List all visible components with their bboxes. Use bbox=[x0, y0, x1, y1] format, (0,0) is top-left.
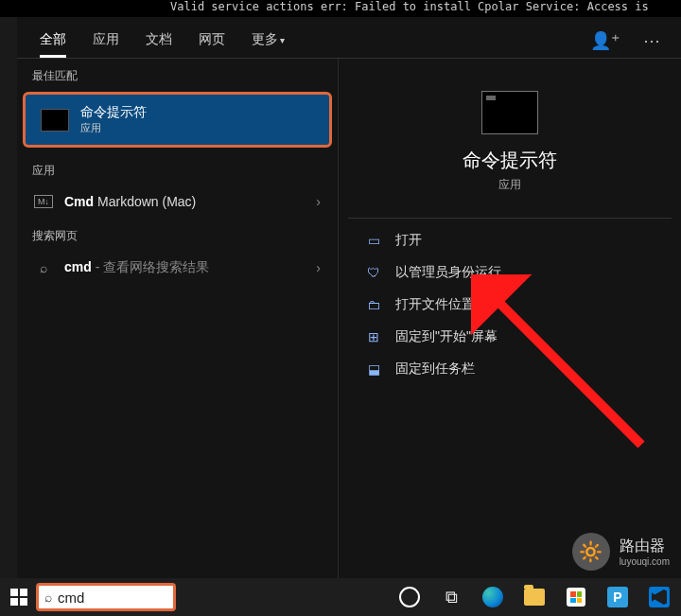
tab-apps[interactable]: 应用 bbox=[79, 24, 132, 58]
start-button[interactable] bbox=[0, 578, 38, 616]
people-icon[interactable]: 👤⁺ bbox=[579, 23, 632, 59]
start-search-panel: 全部 应用 文档 网页 更多▾ 👤⁺ ⋯ 最佳匹配 命令提示符 应用 应用 bbox=[17, 17, 681, 578]
ellipsis-icon[interactable]: ⋯ bbox=[632, 23, 672, 59]
taskbar: ⌕ ⧉ P bbox=[0, 578, 681, 616]
cortana-button[interactable] bbox=[392, 578, 428, 616]
apps-label: 应用 bbox=[17, 153, 338, 185]
watermark-icon: 🔆 bbox=[572, 533, 610, 571]
web-result-label: cmd - 查看网络搜索结果 bbox=[64, 259, 305, 276]
details-title: 命令提示符 bbox=[463, 148, 557, 173]
circle-icon bbox=[399, 587, 420, 607]
app-result-cmd-markdown[interactable]: M↓ Cmd Markdown (Mac) › bbox=[17, 185, 338, 219]
admin-icon: 🛡 bbox=[365, 265, 382, 280]
results-left: 最佳匹配 命令提示符 应用 应用 M↓ Cmd Markdown (Mac) ›… bbox=[17, 59, 339, 578]
vscode-button[interactable] bbox=[641, 578, 677, 616]
action-open[interactable]: ▭打开 bbox=[348, 224, 672, 256]
chevron-right-icon: › bbox=[316, 194, 321, 209]
pin-taskbar-icon: ⬓ bbox=[365, 361, 382, 377]
tab-documents[interactable]: 文档 bbox=[132, 24, 185, 58]
microsoft-store-button[interactable] bbox=[558, 578, 594, 616]
background-console-text: Valid service actions err: Failed to ins… bbox=[0, 0, 681, 17]
edge-button[interactable] bbox=[475, 578, 511, 616]
folder-icon: 🗀 bbox=[365, 297, 382, 312]
folder-icon bbox=[524, 589, 545, 606]
file-explorer-button[interactable] bbox=[516, 578, 552, 616]
best-match-title: 命令提示符 bbox=[80, 104, 147, 121]
task-view-icon: ⧉ bbox=[445, 588, 458, 607]
windows-logo-icon bbox=[10, 589, 27, 606]
app-result-label: Cmd Markdown (Mac) bbox=[64, 194, 305, 209]
screen: Valid service actions err: Failed to ins… bbox=[0, 0, 681, 616]
best-match-sub: 应用 bbox=[80, 121, 147, 135]
details-pane: 命令提示符 应用 ▭打开 🛡以管理员身份运行 🗀打开文件位置 ⊞固定到"开始"屏… bbox=[339, 59, 681, 578]
best-match-item[interactable]: 命令提示符 应用 bbox=[23, 92, 332, 148]
chevron-right-icon: › bbox=[316, 260, 321, 275]
divider bbox=[348, 218, 672, 219]
watermark-title: 路由器 bbox=[620, 537, 670, 556]
web-result-cmd[interactable]: ⌕ cmd - 查看网络搜索结果 › bbox=[17, 250, 338, 286]
p-icon: P bbox=[607, 587, 628, 607]
best-match-text: 命令提示符 应用 bbox=[80, 104, 147, 135]
web-label: 搜索网页 bbox=[17, 219, 338, 250]
details-hero: 命令提示符 应用 bbox=[348, 78, 672, 210]
pin-start-icon: ⊞ bbox=[365, 329, 382, 344]
vscode-icon bbox=[649, 587, 670, 607]
store-icon bbox=[567, 588, 585, 607]
task-view-button[interactable]: ⧉ bbox=[433, 578, 469, 616]
watermark-sub: luyouqi.com bbox=[620, 556, 670, 567]
details-sub: 应用 bbox=[498, 177, 521, 193]
taskbar-search-box[interactable]: ⌕ bbox=[36, 583, 176, 611]
search-input[interactable] bbox=[58, 590, 167, 606]
tab-all[interactable]: 全部 bbox=[26, 24, 79, 58]
search-icon: ⌕ bbox=[34, 260, 53, 275]
search-icon: ⌕ bbox=[44, 590, 52, 605]
app-p-button[interactable]: P bbox=[600, 578, 636, 616]
search-tabs: 全部 应用 文档 网页 更多▾ 👤⁺ ⋯ bbox=[17, 17, 681, 59]
cmd-large-icon bbox=[481, 91, 538, 134]
tab-more[interactable]: 更多▾ bbox=[238, 24, 298, 58]
open-icon: ▭ bbox=[365, 233, 382, 248]
action-pin-start[interactable]: ⊞固定到"开始"屏幕 bbox=[348, 321, 672, 353]
chevron-down-icon: ▾ bbox=[280, 35, 285, 45]
action-pin-taskbar[interactable]: ⬓固定到任务栏 bbox=[348, 353, 672, 385]
action-run-as-admin[interactable]: 🛡以管理员身份运行 bbox=[348, 256, 672, 289]
taskbar-pinned: ⧉ P bbox=[392, 578, 681, 616]
results-body: 最佳匹配 命令提示符 应用 应用 M↓ Cmd Markdown (Mac) ›… bbox=[17, 59, 681, 578]
action-open-file-location[interactable]: 🗀打开文件位置 bbox=[348, 289, 672, 321]
markdown-icon: M↓ bbox=[34, 195, 53, 208]
edge-icon bbox=[482, 587, 503, 607]
watermark: 🔆 路由器 luyouqi.com bbox=[572, 533, 670, 571]
cmd-icon bbox=[41, 109, 69, 132]
best-match-label: 最佳匹配 bbox=[17, 59, 338, 90]
tab-web[interactable]: 网页 bbox=[185, 24, 238, 58]
